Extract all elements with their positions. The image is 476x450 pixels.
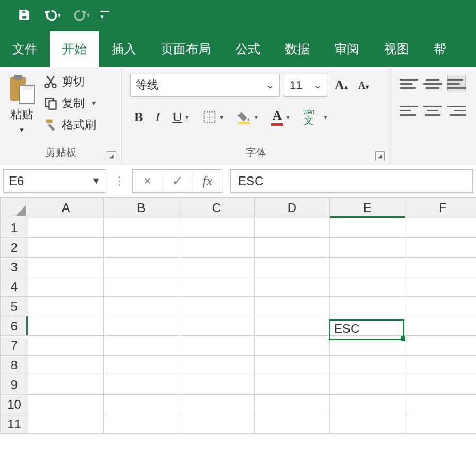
align-left-button[interactable]: [400, 103, 418, 118]
select-all-corner[interactable]: [1, 198, 28, 218]
row-header-1[interactable]: 1: [1, 218, 28, 238]
grow-font-button[interactable]: A▴: [331, 77, 351, 93]
shrink-font-button[interactable]: A▾: [355, 79, 372, 91]
chevron-down-icon: ⌄: [266, 79, 274, 91]
name-box-value: E6: [9, 174, 24, 188]
font-name-combo[interactable]: 等线 ⌄: [130, 74, 280, 97]
font-dialog-launcher[interactable]: ◢: [375, 151, 385, 160]
align-right-button[interactable]: [447, 103, 466, 118]
group-font-label: 字体: [127, 146, 385, 163]
group-alignment: [390, 67, 476, 165]
font-color-button[interactable]: A ▼: [267, 106, 295, 128]
tab-view[interactable]: 视图: [372, 31, 421, 67]
row-header-6[interactable]: 6: [1, 316, 28, 336]
tab-insert[interactable]: 插入: [99, 31, 149, 67]
svg-point-5: [45, 84, 49, 88]
formula-bar-value: ESC: [238, 174, 263, 188]
name-box[interactable]: E6 ▼: [3, 169, 106, 193]
ribbon-tabs: 文件 开始 插入 页面布局 公式 数据 审阅 视图 帮: [0, 30, 476, 67]
undo-dropdown-icon[interactable]: ▼: [57, 12, 62, 18]
row-header-9[interactable]: 9: [1, 375, 28, 395]
svg-rect-8: [49, 101, 56, 109]
bold-button[interactable]: B: [130, 107, 147, 127]
group-clipboard: 粘贴 ▼ 剪切 复制 ▼ 格式刷 剪贴板 ◢: [0, 67, 122, 165]
svg-point-6: [53, 84, 56, 88]
font-size-value: 11: [290, 78, 302, 92]
col-header-A[interactable]: A: [28, 198, 104, 218]
align-middle-button[interactable]: [423, 76, 442, 91]
align-bottom-button[interactable]: [447, 76, 466, 91]
spreadsheet-grid[interactable]: A B C D E F 1 2 3 4 5 6 7 8 9 10 11 ESC: [0, 197, 476, 434]
svg-rect-3: [14, 75, 22, 80]
svg-rect-12: [238, 122, 250, 124]
formula-bar-row: E6 ▼ ⋮ × ✓ fx ESC: [0, 165, 476, 197]
row-header-5[interactable]: 5: [1, 297, 28, 316]
phonetic-dropdown-icon[interactable]: ▼: [323, 114, 328, 120]
confirm-edit-button[interactable]: ✓: [163, 170, 193, 192]
col-header-B[interactable]: B: [104, 198, 179, 218]
col-header-F[interactable]: F: [405, 198, 477, 218]
tab-formulas[interactable]: 公式: [223, 31, 273, 67]
tab-file[interactable]: 文件: [0, 31, 50, 67]
row-header-8[interactable]: 8: [1, 356, 28, 375]
formula-bar-buttons: × ✓ fx: [132, 169, 223, 193]
ribbon: 粘贴 ▼ 剪切 复制 ▼ 格式刷 剪贴板 ◢: [0, 67, 476, 165]
row-header-2[interactable]: 2: [1, 238, 28, 258]
row-header-7[interactable]: 7: [1, 336, 28, 356]
tab-home[interactable]: 开始: [50, 31, 99, 67]
align-top-button[interactable]: [400, 76, 418, 91]
copy-button[interactable]: 复制 ▼: [43, 95, 97, 111]
cancel-edit-button[interactable]: ×: [133, 170, 163, 192]
tab-page-layout[interactable]: 页面布局: [149, 31, 223, 67]
col-header-E[interactable]: E: [330, 198, 405, 218]
align-center-button[interactable]: [423, 103, 442, 118]
tab-help[interactable]: 帮: [421, 31, 450, 67]
format-painter-label: 格式刷: [62, 117, 96, 133]
cut-button[interactable]: 剪切: [43, 74, 97, 89]
group-font: 等线 ⌄ 11 ⌄ A▴ A▾ B I: [122, 67, 390, 165]
tab-review[interactable]: 审阅: [322, 31, 372, 67]
cut-label: 剪切: [62, 74, 85, 89]
borders-button[interactable]: ▼: [198, 108, 229, 126]
paste-icon[interactable]: [7, 74, 36, 105]
svg-rect-1: [22, 15, 27, 19]
row-header-4[interactable]: 4: [1, 277, 28, 297]
clipboard-dialog-launcher[interactable]: ◢: [107, 151, 116, 160]
copy-dropdown-icon[interactable]: ▼: [89, 100, 97, 107]
fill-color-button[interactable]: ▼: [233, 108, 263, 126]
col-header-D[interactable]: D: [255, 198, 330, 218]
redo-dropdown-icon[interactable]: ▼: [86, 12, 91, 18]
group-clipboard-label: 剪贴板: [5, 146, 116, 163]
chevron-down-icon[interactable]: ▼: [91, 175, 101, 186]
row-header-11[interactable]: 11: [1, 414, 28, 434]
paste-button[interactable]: 粘贴: [10, 107, 33, 122]
font-name-value: 等线: [136, 77, 158, 93]
font-size-combo[interactable]: 11 ⌄: [284, 74, 327, 97]
paste-dropdown-icon[interactable]: ▼: [19, 126, 25, 134]
qat-customize[interactable]: ▼: [100, 11, 109, 20]
copy-label: 复制: [62, 95, 85, 111]
format-painter-button[interactable]: 格式刷: [43, 117, 97, 133]
phonetic-guide-button[interactable]: wén 文: [299, 107, 319, 127]
insert-function-button[interactable]: fx: [193, 170, 223, 192]
formula-bar-resize[interactable]: ⋮: [114, 174, 125, 188]
row-header-10[interactable]: 10: [1, 395, 28, 414]
tab-data[interactable]: 数据: [273, 31, 322, 67]
row-header-3[interactable]: 3: [1, 258, 28, 277]
formula-bar-input[interactable]: ESC: [230, 169, 473, 193]
quick-access-toolbar: ▼ ▼ ▼: [0, 0, 476, 30]
col-header-C[interactable]: C: [179, 198, 255, 218]
svg-rect-0: [22, 10, 26, 13]
underline-button[interactable]: U▼: [168, 107, 194, 127]
save-button[interactable]: [15, 6, 33, 24]
italic-button[interactable]: I: [151, 107, 164, 127]
active-cell-text: ESC: [331, 322, 359, 336]
chevron-down-icon: ⌄: [314, 79, 322, 91]
